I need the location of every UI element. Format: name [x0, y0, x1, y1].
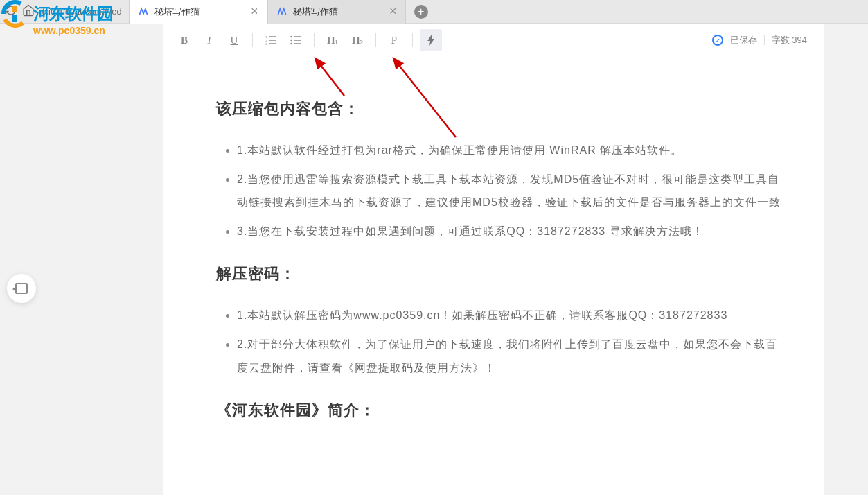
list: 1.本站默认软件经过打包为rar格式，为确保正常使用请使用 WinRAR 解压本…	[216, 139, 789, 243]
paragraph-button[interactable]: P	[383, 29, 405, 51]
underline-button[interactable]: U	[223, 29, 245, 51]
separator	[314, 33, 315, 47]
separator	[252, 33, 253, 47]
add-tab-button[interactable]: +	[414, 5, 428, 19]
ordered-list-button[interactable]: 123	[260, 29, 282, 51]
bold-button[interactable]: B	[173, 29, 195, 51]
nav-controls	[6, 4, 35, 19]
list-item: 1.本站默认软件经过打包为rar格式，为确保正常使用请使用 WinRAR 解压本…	[237, 139, 789, 162]
list-item: 2.当您使用迅雷等搜索资源模式下载工具下载本站资源，发现MD5值验证不对时，很可…	[237, 168, 789, 214]
tab-favicon	[276, 6, 287, 17]
tab-title: 秘塔写作猫	[293, 6, 384, 18]
svg-point-11	[290, 43, 292, 44]
list-item: 1.本站默认解压密码为www.pc0359.cn！如果解压密码不正确，请联系客服…	[237, 304, 789, 327]
browser-tab-1[interactable]: 秘塔写作猫 ×	[129, 0, 267, 24]
editor-page: B I U 123 H1 H2 P ✓	[163, 24, 824, 495]
app-body: B I U 123 H1 H2 P ✓	[0, 24, 868, 495]
lightning-button[interactable]	[420, 29, 442, 51]
svg-text:3: 3	[265, 42, 267, 45]
list-item: 3.当您在下载安装过程中如果遇到问题，可通过联系QQ：3187272833 寻求…	[237, 220, 789, 243]
separator	[375, 33, 376, 47]
collapse-icon	[15, 283, 28, 294]
close-icon[interactable]: ×	[251, 4, 258, 19]
separator	[412, 33, 413, 47]
heading: 该压缩包内容包含：	[216, 98, 789, 119]
saved-check-icon: ✓	[712, 35, 723, 46]
close-icon[interactable]: ×	[389, 4, 397, 19]
separator	[764, 35, 765, 45]
refresh-icon[interactable]	[6, 5, 17, 19]
svg-point-9	[290, 36, 292, 37]
h2-button[interactable]: H2	[346, 29, 369, 51]
unordered-list-button[interactable]	[285, 29, 307, 51]
list: 1.本站默认解压密码为www.pc0359.cn！如果解压密码不正确，请联系客服…	[216, 304, 789, 379]
browser-tab-2[interactable]: 秘塔写作猫 ×	[267, 0, 406, 24]
tab-title: 秘塔写作猫	[154, 6, 245, 18]
url-display: /xiezuocat.com/#/ed	[42, 6, 122, 17]
collapse-sidebar-button[interactable]	[7, 274, 36, 303]
tab-favicon	[138, 6, 149, 17]
heading: 解压密码：	[216, 263, 789, 284]
browser-tab-bar: /xiezuocat.com/#/ed 秘塔写作猫 × 秘塔写作猫 × +	[0, 0, 868, 24]
word-count: 字数 394	[772, 34, 807, 46]
list-item: 2.对于部分大体积软件，为了保证用户的下载速度，我们将附件上传到了百度云盘中，如…	[237, 333, 789, 379]
editor-toolbar: B I U 123 H1 H2 P ✓	[163, 24, 824, 57]
svg-point-10	[290, 40, 292, 41]
heading: 《河东软件园》简介：	[216, 400, 789, 421]
status-area: ✓ 已保存 字数 394	[712, 34, 807, 46]
home-icon[interactable]	[22, 4, 35, 19]
toolbar-group: B I U 123 H1 H2 P	[173, 29, 442, 51]
saved-label: 已保存	[730, 34, 757, 46]
document-body[interactable]: 该压缩包内容包含： 1.本站默认软件经过打包为rar格式，为确保正常使用请使用 …	[163, 57, 824, 495]
h1-button[interactable]: H1	[321, 29, 344, 51]
italic-button[interactable]: I	[198, 29, 220, 51]
